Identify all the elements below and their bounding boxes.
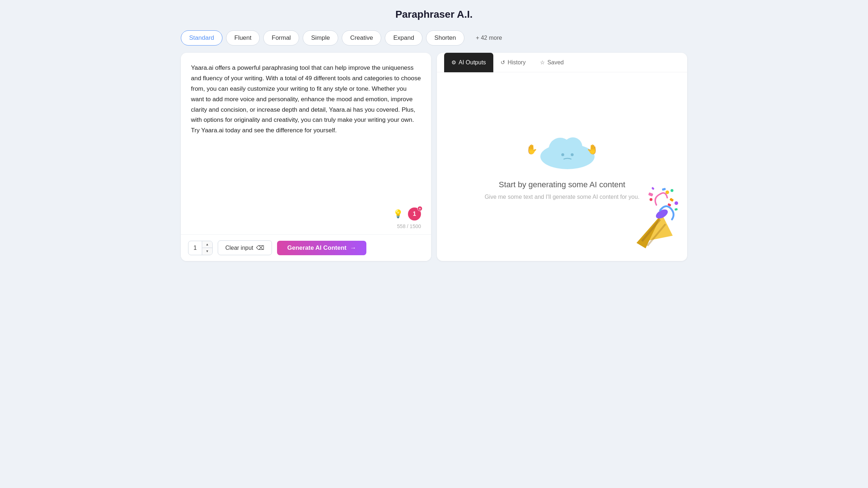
clear-input-button[interactable]: Clear input ⌫ — [218, 240, 272, 255]
star-icon: ☆ — [540, 59, 545, 66]
empty-state-title: Start by generating some AI content — [499, 180, 625, 189]
right-tabs-row: ⚙ AI Outputs ↺ History ☆ Saved — [437, 53, 687, 72]
text-actions: 💡 1 + — [181, 207, 431, 223]
right-tab-history[interactable]: ↺ History — [493, 53, 533, 72]
confetti-svg — [615, 185, 680, 257]
svg-rect-13 — [675, 208, 678, 211]
tab-simple[interactable]: Simple — [303, 30, 338, 46]
right-tab-ai-outputs-label: AI Outputs — [459, 59, 486, 66]
svg-point-16 — [665, 191, 669, 194]
svg-point-17 — [650, 198, 652, 201]
svg-rect-10 — [648, 192, 653, 197]
left-panel: Yaara.ai offers a powerful paraphrasing … — [181, 53, 431, 261]
gear-icon: ⚙ — [451, 59, 456, 66]
right-tab-saved[interactable]: ☆ Saved — [533, 53, 571, 72]
left-bottom-bar: 1 ▲ ▼ Clear input ⌫ Generate AI Content … — [181, 234, 431, 261]
right-tab-saved-label: Saved — [547, 59, 563, 66]
cloud-illustration: 🤚 🤚 — [526, 133, 598, 169]
tab-fluent[interactable]: Fluent — [226, 30, 260, 46]
text-area-wrapper: Yaara.ai offers a powerful paraphrasing … — [181, 53, 431, 207]
svg-point-19 — [671, 189, 673, 192]
svg-point-3 — [561, 153, 564, 156]
clear-input-label: Clear input — [225, 245, 253, 251]
counter-down-button[interactable]: ▼ — [202, 248, 212, 255]
svg-point-4 — [571, 153, 574, 156]
svg-point-18 — [675, 201, 678, 205]
tab-shorten[interactable]: Shorten — [426, 30, 464, 46]
wave-hand-right-icon: 🤚 — [587, 144, 598, 155]
tab-expand[interactable]: Expand — [385, 30, 422, 46]
confetti-popper — [615, 185, 680, 257]
counter-up-button[interactable]: ▲ — [202, 241, 212, 248]
char-count: 558 / 1500 — [181, 223, 431, 234]
tab-more[interactable]: + 42 more — [468, 31, 510, 45]
right-empty-content: 🤚 🤚 Start by generating some AI co — [437, 72, 687, 261]
svg-rect-12 — [669, 198, 674, 202]
svg-rect-11 — [662, 188, 666, 191]
right-tab-ai-outputs[interactable]: ⚙ AI Outputs — [444, 53, 493, 72]
right-tab-history-label: History — [508, 59, 526, 66]
add-content-badge[interactable]: 1 + — [408, 207, 421, 221]
history-icon: ↺ — [501, 59, 505, 66]
counter-arrows: ▲ ▼ — [202, 241, 212, 255]
wave-hand-left-icon: 🤚 — [526, 144, 537, 155]
svg-point-2 — [563, 137, 582, 156]
generate-label: Generate AI Content — [287, 244, 346, 252]
bulb-icon[interactable]: 💡 — [393, 209, 403, 219]
tab-creative[interactable]: Creative — [342, 30, 381, 46]
counter-box[interactable]: 1 ▲ ▼ — [188, 241, 213, 255]
mode-tabs-row: Standard Fluent Formal Simple Creative E… — [181, 30, 687, 46]
tab-formal[interactable]: Formal — [263, 30, 299, 46]
page-title: Paraphraser A.I. — [395, 9, 473, 20]
svg-rect-14 — [651, 187, 654, 190]
tab-standard[interactable]: Standard — [181, 30, 222, 46]
generate-button[interactable]: Generate AI Content → — [277, 241, 366, 255]
clear-input-icon: ⌫ — [256, 244, 264, 251]
badge-plus-icon: + — [417, 206, 422, 211]
generate-arrow-icon: → — [350, 244, 356, 252]
main-area: Yaara.ai offers a powerful paraphrasing … — [181, 53, 687, 261]
right-panel: ⚙ AI Outputs ↺ History ☆ Saved 🤚 — [437, 53, 687, 261]
input-textarea[interactable]: Yaara.ai offers a powerful paraphrasing … — [191, 63, 421, 200]
counter-value: 1 — [188, 245, 202, 251]
